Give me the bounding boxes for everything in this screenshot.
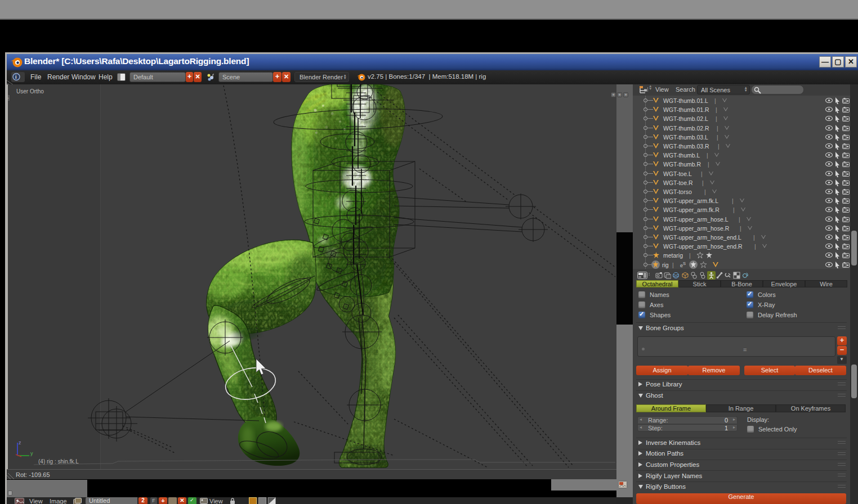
- svg-text:z: z: [19, 440, 21, 446]
- svg-text:(4) rig : shin.fk.L: (4) rig : shin.fk.L: [38, 458, 79, 465]
- svg-text:i: i: [15, 74, 17, 80]
- svg-text:y: y: [30, 451, 33, 456]
- svg-text:User Ortho: User Ortho: [16, 88, 44, 94]
